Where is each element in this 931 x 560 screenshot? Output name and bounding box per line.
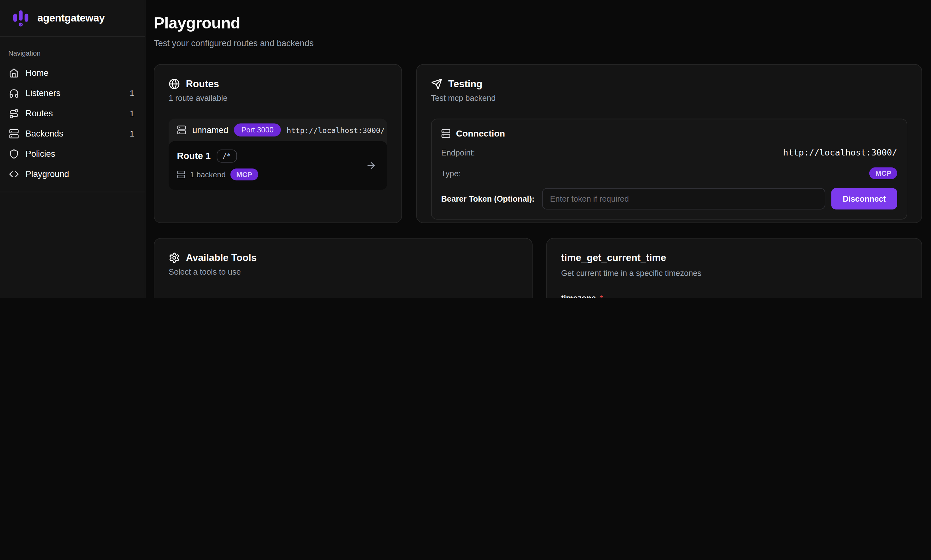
agentgateway-logo-icon bbox=[11, 8, 31, 28]
route-item[interactable]: Route 1 /* 1 backend MCP bbox=[168, 141, 387, 190]
sidebar-item-routes[interactable]: Routes1 bbox=[3, 103, 141, 123]
nav-list: HomeListeners1Routes1Backends1PoliciesPl… bbox=[0, 63, 145, 184]
route-title-line: Route 1 /* bbox=[177, 149, 379, 162]
sidebar-item-playground[interactable]: Playground bbox=[3, 164, 141, 184]
page-title: Playground bbox=[154, 14, 922, 32]
endpoint-row: Endpoint: http://localhost:3000/ bbox=[441, 146, 897, 159]
connection-box: Connection Endpoint: http://localhost:30… bbox=[431, 119, 907, 220]
nav-divider bbox=[0, 192, 145, 192]
home-icon bbox=[9, 68, 19, 78]
send-icon bbox=[431, 78, 442, 90]
connection-header: Connection bbox=[441, 128, 897, 138]
sidebar-item-label: Listeners bbox=[26, 88, 60, 98]
tools-card-header: Available Tools bbox=[168, 252, 518, 263]
testing-card-title: Testing bbox=[449, 78, 482, 90]
type-badge: MCP bbox=[869, 167, 897, 179]
shield-icon bbox=[9, 149, 19, 158]
sidebar-item-count: 1 bbox=[129, 129, 136, 138]
route-path-badge: /* bbox=[217, 149, 237, 162]
type-row: Type: MCP bbox=[441, 167, 897, 180]
sidebar-item-policies[interactable]: Policies bbox=[3, 143, 141, 164]
testing-card-header: Testing bbox=[431, 78, 907, 90]
tool-title: time_get_current_time bbox=[561, 252, 907, 263]
sidebar-item-label: Playground bbox=[26, 169, 69, 178]
brand-name: agentgateway bbox=[37, 12, 105, 24]
sidebar-item-backends[interactable]: Backends1 bbox=[3, 123, 141, 144]
routes-card-title: Routes bbox=[186, 78, 219, 90]
route-name: Route 1 bbox=[177, 151, 211, 162]
disconnect-button[interactable]: Disconnect bbox=[831, 188, 897, 209]
tool-subtitle: Get current time in a specific timezones bbox=[561, 269, 907, 278]
sidebar-item-listeners[interactable]: Listeners1 bbox=[3, 83, 141, 103]
required-asterisk: * bbox=[600, 294, 603, 298]
sidebar-item-label: Policies bbox=[26, 149, 55, 158]
code-icon bbox=[9, 169, 19, 179]
server-icon bbox=[177, 125, 187, 135]
tool-detail-panel: time_get_current_time Get current time i… bbox=[546, 238, 922, 298]
listener-name: unnamed bbox=[192, 125, 228, 135]
column-header-name: Name bbox=[173, 297, 318, 298]
column-header-description: Description bbox=[318, 297, 513, 298]
endpoint-label: Endpoint: bbox=[441, 148, 475, 157]
server-icon bbox=[177, 170, 185, 178]
sidebar: agentgateway Navigation HomeListeners1Ro… bbox=[0, 0, 145, 298]
route-backend-count: 1 backend bbox=[190, 170, 226, 179]
sidebar-item-label: Backends bbox=[26, 129, 63, 138]
arrow-right-icon[interactable] bbox=[366, 160, 377, 171]
type-label: Type: bbox=[441, 169, 461, 178]
tools-table-header: Name Description bbox=[168, 292, 518, 298]
bearer-token-row: Bearer Token (Optional): Disconnect bbox=[441, 188, 897, 209]
main-content: Playground Test your configured routes a… bbox=[145, 0, 931, 298]
tools-card-subtitle: Select a tools to use bbox=[168, 268, 518, 277]
app-root: agentgateway Navigation HomeListeners1Ro… bbox=[0, 0, 931, 298]
sidebar-item-count: 1 bbox=[129, 89, 136, 98]
tools-card: Available Tools Select a tools to use Na… bbox=[154, 238, 533, 298]
connection-title: Connection bbox=[456, 128, 505, 138]
headphones-icon bbox=[9, 88, 19, 98]
bottom-row: Available Tools Select a tools to use Na… bbox=[154, 238, 922, 298]
bearer-token-label: Bearer Token (Optional): bbox=[441, 194, 535, 203]
page-subtitle: Test your configured routes and backends bbox=[154, 38, 922, 48]
top-row: Routes 1 route available unnamed Port 30… bbox=[154, 64, 922, 223]
routes-card: Routes 1 route available unnamed Port 30… bbox=[154, 64, 402, 223]
route-protocol-badge: MCP bbox=[230, 168, 258, 180]
route-meta-line: 1 backend MCP bbox=[177, 168, 379, 180]
bearer-token-input[interactable] bbox=[543, 188, 825, 209]
sidebar-item-label: Routes bbox=[26, 109, 53, 118]
listener-group: unnamed Port 3000 http://localhost:3000/… bbox=[168, 119, 387, 190]
sidebar-item-count: 1 bbox=[129, 109, 136, 118]
sidebar-item-label: Home bbox=[26, 68, 49, 78]
routes-card-subtitle: 1 route available bbox=[168, 94, 387, 103]
sidebar-item-home[interactable]: Home bbox=[3, 63, 141, 83]
timezone-label-row: timezone * bbox=[561, 294, 907, 298]
brand[interactable]: agentgateway bbox=[0, 0, 145, 37]
testing-card-subtitle: Test mcp backend bbox=[431, 94, 907, 103]
port-badge: Port 3000 bbox=[234, 123, 281, 137]
tools-card-title: Available Tools bbox=[186, 252, 257, 263]
routes-card-header: Routes bbox=[168, 78, 387, 90]
listener-url: http://localhost:3000/ bbox=[287, 125, 385, 134]
testing-card: Testing Test mcp backend Connection Endp… bbox=[416, 64, 922, 223]
nav-section-label: Navigation bbox=[0, 37, 145, 63]
endpoint-value: http://localhost:3000/ bbox=[783, 148, 897, 157]
listener-row[interactable]: unnamed Port 3000 http://localhost:3000/ bbox=[168, 119, 387, 141]
server-icon bbox=[9, 128, 19, 138]
gear-icon bbox=[168, 252, 180, 263]
server-icon bbox=[441, 128, 451, 138]
route-icon bbox=[9, 108, 19, 118]
timezone-field-label: timezone bbox=[561, 294, 596, 298]
globe-icon bbox=[168, 78, 180, 90]
